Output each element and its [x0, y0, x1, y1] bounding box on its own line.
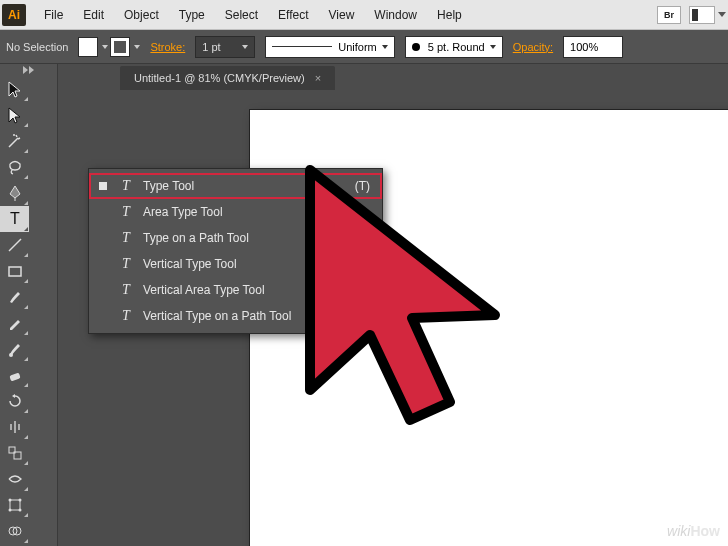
free-transform-tool[interactable]	[0, 492, 29, 518]
flyout-item-label: Vertical Type on a Path Tool	[143, 309, 370, 323]
flyout-item-type-on-path-tool[interactable]: T Type on a Path Tool	[89, 225, 382, 251]
chevron-down-icon[interactable]	[102, 45, 108, 49]
menu-window[interactable]: Window	[364, 0, 427, 29]
flyout-item-vertical-type-tool[interactable]: T Vertical Type Tool	[89, 251, 382, 277]
dot-icon	[412, 43, 420, 51]
brush-value: 5 pt. Round	[428, 41, 485, 53]
vertical-area-type-icon: T	[115, 282, 137, 298]
blob-brush-tool[interactable]	[0, 336, 29, 362]
stroke-profile-value: Uniform	[338, 41, 377, 53]
flyout-item-area-type-tool[interactable]: T Area Type Tool	[89, 199, 382, 225]
vertical-type-icon: T	[115, 256, 137, 272]
menu-file[interactable]: File	[34, 0, 73, 29]
close-icon[interactable]: ×	[315, 72, 321, 84]
menu-help[interactable]: Help	[427, 0, 472, 29]
toolbox-collapse-handle[interactable]	[0, 64, 57, 76]
control-bar: No Selection Stroke: 1 pt Uniform 5 pt. …	[0, 30, 728, 64]
chevron-right-icon	[23, 66, 28, 74]
chevron-down-icon	[718, 12, 726, 17]
toolbox: T	[0, 64, 58, 546]
menu-select[interactable]: Select	[215, 0, 268, 29]
document-tab[interactable]: Untitled-1 @ 81% (CMYK/Preview) ×	[120, 66, 335, 90]
svg-point-10	[8, 509, 11, 512]
workspace-switcher[interactable]	[689, 6, 726, 24]
document-tab-title: Untitled-1 @ 81% (CMYK/Preview)	[134, 72, 305, 84]
chevron-down-icon	[382, 45, 388, 49]
chevron-right-icon	[29, 66, 34, 74]
scale-tool[interactable]	[0, 440, 29, 466]
type-on-path-icon: T	[115, 230, 137, 246]
rectangle-tool[interactable]	[0, 258, 29, 284]
line-segment-tool[interactable]	[0, 232, 29, 258]
width-tool[interactable]	[0, 466, 29, 492]
menu-type[interactable]: Type	[169, 0, 215, 29]
type-icon: T	[115, 178, 137, 194]
menu-edit[interactable]: Edit	[73, 0, 114, 29]
stroke-weight-field[interactable]: 1 pt	[195, 36, 255, 58]
stroke-label[interactable]: Stroke:	[150, 41, 185, 53]
direct-selection-tool[interactable]	[0, 102, 29, 128]
flyout-item-label: Vertical Type Tool	[143, 257, 370, 271]
stroke-weight-value: 1 pt	[202, 41, 220, 53]
selection-tool[interactable]	[0, 76, 29, 102]
svg-rect-7	[10, 500, 20, 510]
selection-status: No Selection	[6, 41, 68, 53]
chevron-down-icon[interactable]	[134, 45, 140, 49]
chevron-down-icon	[242, 45, 248, 49]
svg-rect-4	[9, 372, 20, 381]
lasso-tool[interactable]	[0, 154, 29, 180]
pen-tool[interactable]	[0, 180, 29, 206]
menu-effect[interactable]: Effect	[268, 0, 318, 29]
opacity-value: 100%	[570, 41, 598, 53]
watermark: wikiHow	[667, 523, 720, 540]
menu-view[interactable]: View	[319, 0, 365, 29]
document-tab-row: Untitled-1 @ 81% (CMYK/Preview) ×	[0, 64, 728, 90]
selected-indicator-icon	[99, 182, 107, 190]
app-logo-icon: Ai	[2, 4, 26, 26]
svg-text:T: T	[10, 210, 20, 227]
stroke-swatch[interactable]	[110, 37, 130, 57]
paintbrush-tool[interactable]	[0, 284, 29, 310]
menu-bar: Ai File Edit Object Type Select Effect V…	[0, 0, 728, 30]
flyout-item-vertical-area-type-tool[interactable]: T Vertical Area Type Tool	[89, 277, 382, 303]
svg-line-1	[9, 239, 21, 251]
vertical-type-on-path-icon: T	[115, 308, 137, 324]
watermark-text: wiki	[667, 523, 690, 539]
reflect-tool[interactable]	[0, 414, 29, 440]
magic-wand-tool[interactable]	[0, 128, 29, 154]
menu-object[interactable]: Object	[114, 0, 169, 29]
flyout-item-label: Vertical Area Type Tool	[143, 283, 370, 297]
flyout-item-label: Type Tool	[143, 179, 355, 193]
brush-field[interactable]: 5 pt. Round	[405, 36, 503, 58]
opacity-field[interactable]: 100%	[563, 36, 623, 58]
flyout-item-label: Area Type Tool	[143, 205, 370, 219]
line-icon	[272, 46, 332, 47]
svg-point-3	[9, 353, 13, 357]
bridge-icon[interactable]: Br	[657, 6, 681, 24]
opacity-label[interactable]: Opacity:	[513, 41, 553, 53]
submenu-arrow-icon	[372, 246, 378, 256]
fill-swatch[interactable]	[78, 37, 98, 57]
svg-rect-2	[9, 267, 21, 276]
eraser-tool[interactable]	[0, 362, 29, 388]
flyout-item-shortcut: (T)	[355, 179, 370, 193]
area-type-icon: T	[115, 204, 137, 220]
type-tool[interactable]: T	[0, 206, 29, 232]
svg-point-11	[18, 509, 21, 512]
watermark-text-bold: How	[690, 523, 720, 539]
stroke-profile-field[interactable]: Uniform	[265, 36, 395, 58]
svg-point-8	[8, 499, 11, 502]
flyout-item-vertical-type-on-path-tool[interactable]: T Vertical Type on a Path Tool	[89, 303, 382, 329]
shape-builder-tool[interactable]	[0, 518, 29, 544]
layout-icon	[689, 6, 715, 24]
type-tool-flyout: T Type Tool (T) T Area Type Tool T Type …	[88, 168, 383, 334]
pencil-tool[interactable]	[0, 310, 29, 336]
rotate-tool[interactable]	[0, 388, 29, 414]
flyout-item-label: Type on a Path Tool	[143, 231, 370, 245]
svg-point-9	[18, 499, 21, 502]
chevron-down-icon	[490, 45, 496, 49]
flyout-item-type-tool[interactable]: T Type Tool (T)	[89, 173, 382, 199]
